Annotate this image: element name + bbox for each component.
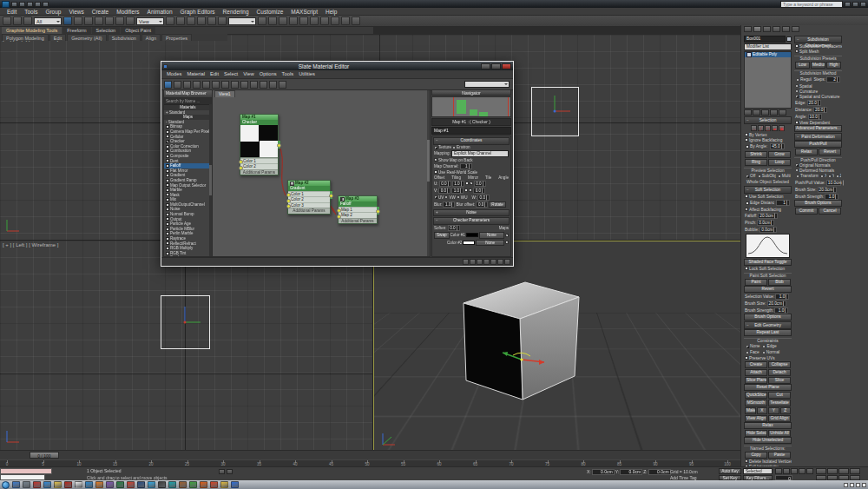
checker-parameters-rollout-header[interactable]: Checker Parameters (433, 217, 510, 225)
panel-tab-motion[interactable] (773, 26, 780, 32)
noise-rollout-header[interactable]: Noise (433, 209, 510, 217)
slate-toolbar-combo[interactable] (464, 81, 510, 88)
angle-snap-toggle-icon[interactable] (187, 17, 195, 25)
node-connection-wire[interactable] (279, 144, 286, 195)
field-value[interactable]: 45.0 (770, 143, 784, 149)
button-high[interactable]: High (826, 62, 841, 69)
radio-dot[interactable] (795, 89, 799, 93)
mirror-icon[interactable] (258, 17, 266, 25)
material-id-channel-icon[interactable] (193, 81, 201, 89)
add-time-tag[interactable]: Add Time Tag (670, 475, 696, 480)
radio-dot[interactable] (795, 169, 799, 172)
checkbox-split-mesh[interactable]: Split Mesh (794, 49, 842, 54)
zoom-icon[interactable] (816, 468, 826, 474)
isolate-selection-toggle-icon[interactable] (219, 469, 225, 474)
selection-filter-dropdown[interactable]: All (34, 17, 62, 25)
radio-dot[interactable] (836, 175, 839, 178)
button-make-planar[interactable]: Make Planar (745, 407, 756, 414)
field-value[interactable]: 1.0 (825, 194, 838, 200)
put-to-library-icon[interactable] (183, 81, 191, 89)
menu-animation[interactable]: Animation (144, 8, 176, 16)
button-copy[interactable]: Copy (745, 452, 767, 459)
zoom-extents-view-icon[interactable] (279, 81, 286, 89)
button-commit[interactable]: Commit (795, 208, 818, 215)
slate-menu-tools[interactable]: Tools (279, 70, 297, 78)
checkbox-box[interactable] (745, 138, 748, 142)
node-connection-wire[interactable] (331, 206, 336, 215)
field-brush-strength[interactable]: Brush Strength:1.0 (794, 193, 842, 200)
ribbon-panel-properties[interactable]: Properties (161, 34, 192, 41)
button-cut[interactable]: Cut (768, 392, 791, 399)
blur-offset-field[interactable]: 0.0 (476, 202, 488, 208)
ribbon-panel-polygon-modeling[interactable]: Polygon Modeling (2, 34, 49, 41)
input-socket[interactable] (286, 204, 291, 208)
button-slice[interactable]: Slice (768, 377, 791, 384)
field-steps[interactable]: Steps:2 (812, 76, 841, 83)
button-slice-plane[interactable]: Slice Plane (745, 377, 767, 384)
navigator-minimap[interactable] (431, 96, 511, 117)
slate-menu-options[interactable]: Options (257, 70, 279, 78)
button-loop[interactable]: Loop (768, 159, 791, 166)
menu-edit[interactable]: Edit (3, 8, 20, 16)
button-reset-plane[interactable]: Reset Plane (744, 384, 792, 391)
v-tiling-field[interactable]: 1.0 (451, 188, 464, 194)
configure-modifier-sets-icon[interactable] (779, 109, 786, 116)
edit-named-selection-sets-icon[interactable] (218, 17, 227, 25)
output-socket[interactable] (278, 141, 280, 149)
radio-dot[interactable] (746, 351, 749, 354)
wu-radio[interactable] (457, 195, 460, 199)
color2-swatch[interactable] (463, 241, 475, 245)
schematic-view-icon[interactable] (310, 17, 319, 25)
color2-map-button[interactable]: None (476, 240, 504, 247)
checkbox-box[interactable] (795, 44, 799, 48)
button-z[interactable]: Z (780, 407, 792, 414)
radio-z[interactable]: Z (835, 174, 841, 179)
checkbox-lock-soft-selection[interactable]: Lock Soft Selection (744, 266, 792, 271)
box-wireframe-left[interactable] (161, 295, 210, 349)
zoom-extents-selected-icon[interactable] (490, 259, 496, 265)
checkbox-box[interactable] (795, 121, 799, 124)
show-map-on-back-checkbox[interactable] (434, 158, 437, 162)
output-socket-dot[interactable] (376, 209, 380, 214)
save-file-icon[interactable] (27, 2, 33, 7)
remove-modifier-icon[interactable] (770, 109, 778, 116)
button-collapse[interactable]: Collapse (768, 361, 791, 368)
use-pivot-point-center-icon[interactable] (166, 17, 174, 25)
panel-tab-utilities[interactable] (792, 26, 799, 32)
previous-frame-icon[interactable] (783, 468, 790, 474)
layout-all-icon[interactable] (250, 81, 258, 89)
radio-dot[interactable] (796, 175, 799, 178)
field-value[interactable]: 2 (826, 76, 840, 83)
radio-subobj[interactable]: SubObj (757, 174, 776, 179)
checkbox-box[interactable] (746, 145, 749, 149)
show-end-result-icon[interactable] (753, 109, 760, 116)
field-pinch[interactable]: Pinch:0.0cm (744, 219, 792, 226)
taskbar-app-icon[interactable] (179, 481, 187, 488)
field-value[interactable]: 20.0 (813, 107, 827, 113)
button-relax[interactable]: Relax (795, 149, 818, 155)
play-icon[interactable] (791, 468, 798, 474)
checkbox-box[interactable] (745, 267, 748, 270)
button-cancel[interactable]: Cancel (819, 208, 841, 215)
soften-field[interactable]: 0.0 (448, 225, 460, 231)
infocenter-search-input[interactable]: Type a keyword or phrase (780, 1, 843, 8)
show-map-in-viewport-icon[interactable] (202, 81, 210, 89)
field-value[interactable]: 1 (775, 200, 791, 207)
render-setup-icon[interactable] (331, 17, 339, 25)
taskbar-app-icon[interactable] (95, 481, 103, 488)
viewport-left[interactable]: [ + ] [ Left ] [ Wireframe ] (0, 241, 373, 450)
button-grow[interactable]: Grow (768, 151, 791, 158)
rotate-button[interactable]: Rotate (489, 202, 506, 208)
vw-radio[interactable] (444, 195, 448, 199)
node-slot-map-2[interactable]: Map 2 (339, 212, 377, 218)
output-socket[interactable] (377, 207, 379, 215)
browser-scrollbar[interactable] (209, 104, 212, 256)
snaps-toggle-icon[interactable] (176, 17, 185, 25)
time-slider-handle[interactable]: 0 / 100 (30, 452, 59, 459)
pan-tool-icon[interactable] (463, 259, 469, 265)
subobj-element-icon[interactable]: ▣ (779, 125, 785, 131)
slate-menu-select[interactable]: Select (221, 70, 240, 78)
slate-menu-modes[interactable]: Modes (164, 70, 184, 78)
start-button[interactable] (2, 481, 10, 489)
radio-dot[interactable] (762, 345, 766, 348)
